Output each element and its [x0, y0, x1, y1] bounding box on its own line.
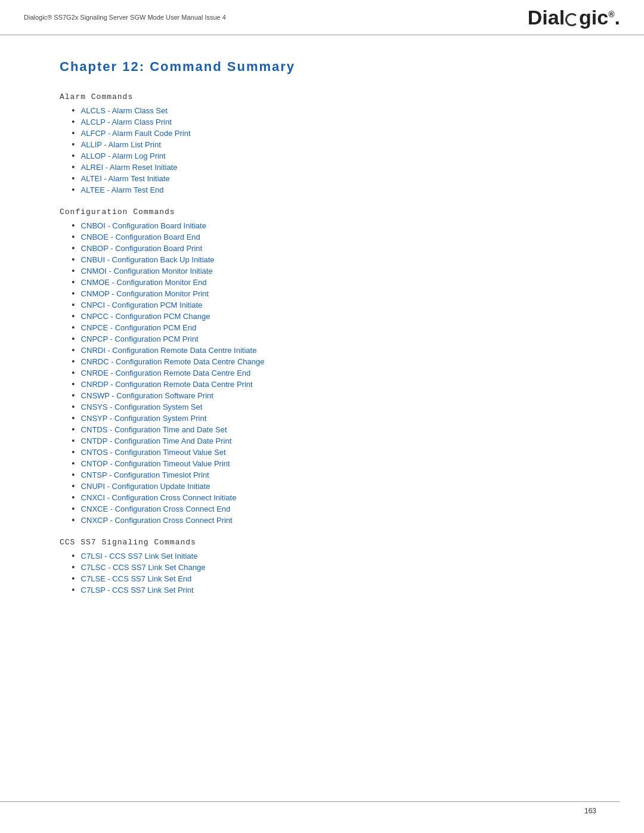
header-text: Dialogic® SS7G2x Signaling Server SGW Mo…	[24, 14, 226, 21]
link-cntop[interactable]: CNTOP - Configuration Timeout Value Prin…	[81, 459, 230, 468]
list-item: •CNSWP - Configuration Software Print	[72, 391, 596, 401]
link-cnpcc[interactable]: CNPCC - Configuration PCM Change	[81, 312, 210, 321]
bullet-dot-icon: •	[72, 345, 75, 356]
link-c7lse[interactable]: C7LSE - CCS SS7 Link Set End	[81, 574, 192, 583]
bullet-dot-icon: •	[72, 459, 75, 469]
list-item: •CNXCP - Configuration Cross Connect Pri…	[72, 516, 596, 526]
section-header-configuration-commands: Configuration Commands	[60, 208, 596, 216]
bullet-dot-icon: •	[72, 470, 75, 481]
bullet-dot-icon: •	[72, 243, 75, 254]
bullet-dot-icon: •	[72, 515, 75, 526]
bullet-dot-icon: •	[72, 413, 75, 424]
section-list-configuration-commands: •CNBOI - Configuration Board Initiate•CN…	[72, 221, 596, 526]
bullet-dot-icon: •	[72, 162, 75, 173]
link-altei[interactable]: ALTEI - Alarm Test Initiate	[81, 174, 170, 183]
link-cntdp[interactable]: CNTDP - Configuration Time And Date Prin…	[81, 436, 232, 445]
sections-container: Alarm Commands•ALCLS - Alarm Class Set•A…	[60, 92, 596, 596]
link-alfcp[interactable]: ALFCP - Alarm Fault Code Print	[81, 129, 191, 138]
list-item: •ALTEE - Alarm Test End	[72, 185, 596, 196]
bullet-dot-icon: •	[72, 402, 75, 413]
bullet-dot-icon: •	[72, 481, 75, 492]
link-allop[interactable]: ALLOP - Alarm Log Print	[81, 151, 166, 160]
bullet-dot-icon: •	[72, 311, 75, 322]
section-header-alarm-commands: Alarm Commands	[60, 92, 596, 101]
link-cnmop[interactable]: CNMOP - Configuration Monitor Print	[81, 289, 209, 298]
link-cnrdp[interactable]: CNRDP - Configuration Remote Data Centre…	[81, 380, 253, 389]
link-cntos[interactable]: CNTOS - Configuration Timeout Value Set	[81, 448, 226, 457]
link-cnxcp[interactable]: CNXCP - Configuration Cross Connect Prin…	[81, 516, 233, 525]
link-c7lsp[interactable]: C7LSP - CCS SS7 Link Set Print	[81, 586, 194, 594]
list-item: •CNBOP - Configuration Board Print	[72, 244, 596, 254]
list-item: •CNXCE - Configuration Cross Connect End	[72, 504, 596, 515]
list-item: •CNPCP - Configuration PCM Print	[72, 335, 596, 345]
link-cnbop[interactable]: CNBOP - Configuration Board Print	[81, 244, 203, 253]
link-cnpci[interactable]: CNPCI - Configuration PCM Initiate	[81, 301, 203, 309]
bullet-dot-icon: •	[72, 447, 75, 458]
link-alrei[interactable]: ALREI - Alarm Reset Initiate	[81, 163, 178, 172]
link-c7lsi[interactable]: C7LSI - CCS SS7 Link Set Initiate	[81, 552, 198, 561]
list-item: •CNSYS - Configuration System Set	[72, 402, 596, 413]
page-number: 163	[584, 807, 596, 815]
chapter-title: Chapter 12: Command Summary	[60, 59, 596, 75]
link-cnmoe[interactable]: CNMOE - Configuration Monitor End	[81, 278, 207, 287]
link-cnboe[interactable]: CNBOE - Configuration Board End	[81, 233, 200, 241]
section-list-alarm-commands: •ALCLS - Alarm Class Set•ALCLP - Alarm C…	[72, 106, 596, 196]
list-item: •CNXCI - Configuration Cross Connect Ini…	[72, 493, 596, 503]
bullet-dot-icon: •	[72, 425, 75, 435]
bullet-dot-icon: •	[72, 151, 75, 162]
link-cnxci[interactable]: CNXCI - Configuration Cross Connect Init…	[81, 493, 237, 502]
bullet-dot-icon: •	[72, 277, 75, 288]
link-c7lsc[interactable]: C7LSC - CCS SS7 Link Set Change	[81, 563, 206, 572]
bullet-dot-icon: •	[72, 436, 75, 447]
list-item: •CNTOP - Configuration Timeout Value Pri…	[72, 459, 596, 469]
link-cnsys[interactable]: CNSYS - Configuration System Set	[81, 402, 203, 411]
bullet-dot-icon: •	[72, 221, 75, 231]
link-cnmoi[interactable]: CNMOI - Configuration Monitor Initiate	[81, 267, 213, 275]
link-cnrde[interactable]: CNRDE - Configuration Remote Data Centre…	[81, 368, 251, 377]
link-cnswp[interactable]: CNSWP - Configuration Software Print	[81, 391, 213, 400]
page: Dialogic® SS7G2x Signaling Server SGW Mo…	[0, 0, 644, 833]
main-content: Chapter 12: Command Summary Alarm Comman…	[0, 35, 644, 637]
list-item: •CNTDS - Configuration Time and Date Set	[72, 425, 596, 435]
link-cnpcp[interactable]: CNPCP - Configuration PCM Print	[81, 335, 199, 343]
list-item: •CNRDP - Configuration Remote Data Centr…	[72, 380, 596, 390]
link-cnrdc[interactable]: CNRDC - Configuration Remote Data Centre…	[81, 357, 265, 366]
list-item: •CNBUI - Configuration Back Up Initiate	[72, 255, 596, 265]
link-cntds[interactable]: CNTDS - Configuration Time and Date Set	[81, 425, 227, 434]
link-cnxce[interactable]: CNXCE - Configuration Cross Connect End	[81, 504, 231, 513]
list-item: •ALREI - Alarm Reset Initiate	[72, 163, 596, 173]
link-altee[interactable]: ALTEE - Alarm Test End	[81, 185, 164, 194]
list-item: •CNRDI - Configuration Remote Data Centr…	[72, 346, 596, 356]
list-item: •ALLIP - Alarm List Print	[72, 140, 596, 150]
page-footer: 163	[0, 801, 620, 815]
link-cnboi[interactable]: CNBOI - Configuration Board Initiate	[81, 221, 206, 230]
list-item: •ALFCP - Alarm Fault Code Print	[72, 129, 596, 139]
link-cnsyp[interactable]: CNSYP - Configuration System Print	[81, 414, 207, 423]
bullet-dot-icon: •	[72, 289, 75, 299]
list-item: •CNPCE - Configuration PCM End	[72, 323, 596, 333]
bullet-dot-icon: •	[72, 255, 75, 265]
list-item: •CNMOP - Configuration Monitor Print	[72, 289, 596, 299]
bullet-dot-icon: •	[72, 391, 75, 401]
link-cnbui[interactable]: CNBUI - Configuration Back Up Initiate	[81, 255, 215, 264]
link-cntsp[interactable]: CNTSP - Configuration Timeslot Print	[81, 470, 209, 479]
logo: Dialgic®.	[528, 5, 620, 30]
bullet-dot-icon: •	[72, 585, 75, 596]
link-cnpce[interactable]: CNPCE - Configuration PCM End	[81, 323, 197, 332]
list-item: •CNPCC - Configuration PCM Change	[72, 312, 596, 322]
bullet-dot-icon: •	[72, 185, 75, 196]
list-item: •CNMOI - Configuration Monitor Initiate	[72, 267, 596, 277]
list-item: •CNRDC - Configuration Remote Data Centr…	[72, 357, 596, 367]
bullet-dot-icon: •	[72, 323, 75, 333]
page-header: Dialogic® SS7G2x Signaling Server SGW Mo…	[0, 0, 644, 35]
link-cnrdi[interactable]: CNRDI - Configuration Remote Data Centre…	[81, 346, 257, 355]
bullet-dot-icon: •	[72, 232, 75, 243]
link-cnupi[interactable]: CNUPI - Configuration Update Initiate	[81, 482, 210, 491]
link-alcls[interactable]: ALCLS - Alarm Class Set	[81, 106, 168, 115]
list-item: •CNBOE - Configuration Board End	[72, 233, 596, 243]
section-list-ccs-ss7-commands: •C7LSI - CCS SS7 Link Set Initiate•C7LSC…	[72, 552, 596, 596]
link-alclp[interactable]: ALCLP - Alarm Class Print	[81, 117, 172, 126]
bullet-dot-icon: •	[72, 128, 75, 139]
link-allip[interactable]: ALLIP - Alarm List Print	[81, 140, 161, 149]
list-item: •C7LSI - CCS SS7 Link Set Initiate	[72, 552, 596, 562]
